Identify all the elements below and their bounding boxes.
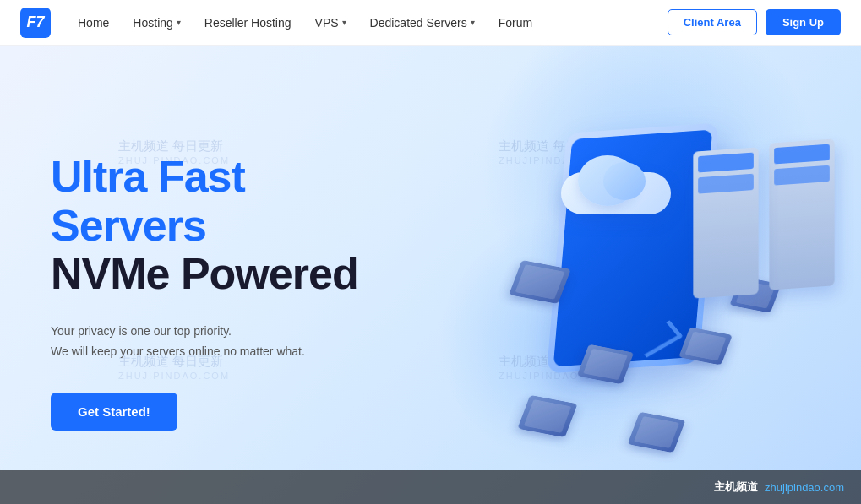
nav-link-reseller[interactable]: Reseller Hosting (204, 16, 292, 30)
hero-subtitle: Your privacy is one our top priority. We… (51, 322, 406, 362)
nav-item-reseller[interactable]: Reseller Hosting (204, 16, 292, 30)
server-rack-2 (693, 147, 758, 298)
chevron-down-icon: ▾ (177, 18, 181, 27)
hero-title-1: Ultra Fast Servers (51, 153, 406, 249)
signup-button[interactable]: Sign Up (766, 9, 841, 35)
cloud-inner (603, 162, 646, 200)
server-rack-1 (769, 138, 834, 290)
nav-item-forum[interactable]: Forum (499, 16, 532, 30)
client-area-button[interactable]: Client Area (668, 9, 757, 35)
nav-actions: Client Area Sign Up (668, 9, 841, 35)
logo-icon: F7 (20, 8, 51, 38)
nav-link-home[interactable]: Home (78, 16, 109, 30)
bottom-bar-label: 主机频道 (714, 480, 758, 495)
cloud-body (561, 155, 671, 214)
nav-item-dedicated[interactable]: Dedicated Servers ▾ (370, 16, 475, 30)
nav-item-home[interactable]: Home (78, 16, 109, 30)
chip-3 (517, 395, 577, 437)
bottom-bar-url: zhujipindao.com (765, 481, 844, 494)
chip-5 (628, 412, 686, 453)
chevron-down-icon: ▾ (342, 18, 346, 27)
logo[interactable]: F7 (20, 8, 51, 38)
navbar: F7 Home Hosting ▾ Reseller Hosting VPS ▾… (0, 0, 861, 46)
cloud-shape (561, 155, 671, 214)
nav-link-hosting[interactable]: Hosting ▾ (133, 16, 180, 30)
get-started-button[interactable]: Get Started! (51, 393, 177, 431)
nav-link-dedicated[interactable]: Dedicated Servers ▾ (370, 16, 475, 30)
hero-section: 主机频道 每日更新 ZHUJIPINDAO.COM 主机频道 每日更新 ZHUJ… (0, 46, 861, 504)
nav-links: Home Hosting ▾ Reseller Hosting VPS ▾ De… (78, 16, 668, 30)
nav-item-vps[interactable]: VPS ▾ (315, 16, 346, 30)
hero-content: Ultra Fast Servers NVMe Powered Your pri… (0, 119, 406, 430)
hero-title-2: NVMe Powered (51, 250, 406, 298)
nav-link-vps[interactable]: VPS ▾ (315, 16, 346, 30)
chevron-down-icon: ▾ (471, 18, 475, 27)
nav-link-forum[interactable]: Forum (499, 16, 532, 30)
bottom-bar: 主机频道 zhujipindao.com (0, 470, 861, 504)
hero-illustration (413, 71, 861, 493)
nav-item-hosting[interactable]: Hosting ▾ (133, 16, 180, 30)
